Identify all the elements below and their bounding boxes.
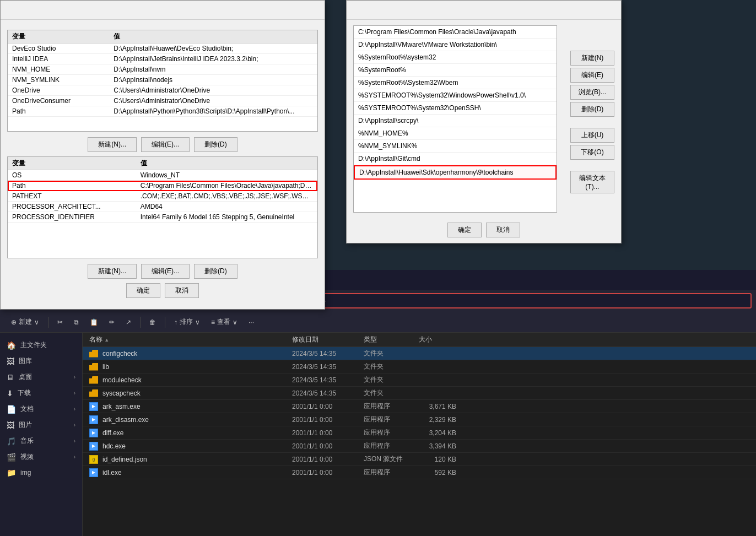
table-row[interactable]: lib 2024/3/5 14:35 文件夹 <box>83 360 756 373</box>
table-row[interactable]: configcheck 2024/3/5 14:35 文件夹 <box>83 347 756 360</box>
table-row[interactable]: {} id_defined.json 2001/1/1 0:00 JSON 源文… <box>83 453 756 466</box>
toolbar-copy-btn[interactable]: ⧉ <box>69 317 83 328</box>
table-row[interactable]: ▶ diff.exe 2001/1/1 0:00 应用程序 3,204 KB <box>83 426 756 440</box>
edit-browse-btn[interactable]: 浏览(B)... <box>570 85 614 100</box>
path-list-item[interactable]: %SystemRoot%\System32\Wbem <box>354 77 557 89</box>
sidebar-item-图库[interactable]: 🖼 图库 <box>0 353 82 369</box>
sys-var-name: PROCESSOR_IDENTIFIER <box>8 212 136 223</box>
table-row[interactable]: syscapcheck 2024/3/5 14:35 文件夹 <box>83 387 756 400</box>
env-dialog-body: 变量 值 DevEco StudioD:\AppInstall\Huawei\D… <box>1 20 325 309</box>
toolbar-paste-btn[interactable]: 📋 <box>85 317 102 328</box>
sidebar-item-主文件夹[interactable]: 🏠 主文件夹 <box>0 337 82 353</box>
file-name: diff.exe <box>102 429 123 437</box>
sys-var-row[interactable]: PROCESSOR_ARCHITECT...AMD64 <box>8 202 317 212</box>
env-variables-dialog: 变量 值 DevEco StudioD:\AppInstall\Huawei\D… <box>0 0 325 310</box>
file-list: 名称 ▲ 修改日期 类型 大小 configcheck 2024/3/5 14:… <box>83 333 756 536</box>
file-name-cell: syscapcheck <box>83 389 292 397</box>
sys-new-btn[interactable]: 新建(N)... <box>88 264 137 279</box>
sys-edit-btn[interactable]: 编辑(E)... <box>141 264 190 279</box>
edit-down-btn[interactable]: 下移(O) <box>570 145 614 160</box>
sys-var-row[interactable]: OSWindows_NT <box>8 170 317 181</box>
sys-var-row[interactable]: PathC:\Program Files\Common Files\Oracle… <box>8 181 317 191</box>
user-var-row[interactable]: OneDriveC:\Users\Administrator\OneDrive <box>8 85 317 96</box>
user-new-btn[interactable]: 新建(N)... <box>88 137 137 152</box>
file-date: 2024/3/5 14:35 <box>292 376 364 384</box>
edit-text-btn[interactable]: 编辑文本(T)... <box>570 171 614 193</box>
toolbar-view-btn[interactable]: ≡ 查看 ∨ <box>207 316 242 328</box>
env-ok-btn[interactable]: 确定 <box>126 283 160 298</box>
env-dialog-close[interactable] <box>308 5 318 15</box>
user-var-row[interactable]: NVM_SYMLINKD:\AppInstall\nodejs <box>8 75 317 85</box>
sys-var-row[interactable]: PATHEXT.COM;.EXE;.BAT;.CMD;.VBS;.VBE;.JS… <box>8 191 317 202</box>
table-row[interactable]: ▶ hdc.exe 2001/1/1 0:00 应用程序 3,394 KB <box>83 440 756 453</box>
user-var-row[interactable]: NVM_HOMED:\AppInstall\nvm <box>8 64 317 75</box>
edit-delete-btn[interactable]: 删除(D) <box>570 102 614 117</box>
sidebar-item-桌面[interactable]: 🖥 桌面 › <box>0 369 82 385</box>
sidebar-item-文档[interactable]: 📄 文档 › <box>0 401 82 417</box>
sidebar-label: 主文件夹 <box>20 340 47 350</box>
edit-dialog-close[interactable] <box>604 5 614 15</box>
path-list-item[interactable]: %SYSTEMROOT%\System32\OpenSSH\ <box>354 102 557 115</box>
json-icon: {} <box>89 455 98 464</box>
toolbar-delete-btn[interactable]: 🗑 <box>145 317 160 328</box>
toolbar-sort-btn[interactable]: ↑ 排序 ∨ <box>170 316 204 328</box>
path-list: C:\Program Files\Common Files\Oracle\Jav… <box>353 25 557 213</box>
user-var-row[interactable]: IntelliJ IDEAD:\AppInstall\JetBrains\Int… <box>8 54 317 64</box>
toolbar-rename-btn[interactable]: ✏ <box>105 317 119 328</box>
file-name: id_defined.json <box>102 456 147 463</box>
user-var-row[interactable]: PathD:\AppInstall\Python\Python38\Script… <box>8 106 317 117</box>
sys-var-row[interactable]: PROCESSOR_IDENTIFIERIntel64 Family 6 Mod… <box>8 212 317 223</box>
file-date: 2001/1/1 0:00 <box>292 469 364 477</box>
file-size: 3,671 KB <box>419 403 463 410</box>
path-list-item[interactable]: D:\AppInstall\Huawei\Sdk\openharmony\9\t… <box>354 165 557 180</box>
user-var-row[interactable]: DevEco StudioD:\AppInstall\Huawei\DevEco… <box>8 44 317 54</box>
file-date: 2024/3/5 14:35 <box>292 350 364 358</box>
sort-arrow: ▲ <box>104 337 109 343</box>
file-name: lib <box>102 363 109 371</box>
sidebar-item-视频[interactable]: 🎬 视频 › <box>0 449 82 465</box>
table-row[interactable]: ▶ ark_asm.exe 2001/1/1 0:00 应用程序 3,671 K… <box>83 400 756 413</box>
file-name-cell: ▶ ark_asm.exe <box>83 402 292 411</box>
table-row[interactable]: ▶ ark_disasm.exe 2001/1/1 0:00 应用程序 2,32… <box>83 413 756 426</box>
col-size-header: 大小 <box>419 335 463 344</box>
sidebar-item-图片[interactable]: 🖼 图片 › <box>0 417 82 433</box>
toolbar-sep-3 <box>165 317 165 328</box>
path-list-item[interactable]: D:\AppInstall\VMware\VMware Workstation\… <box>354 39 557 51</box>
toolbar-share-btn[interactable]: ↗ <box>121 317 136 328</box>
sidebar-icon: 📄 <box>7 405 16 414</box>
table-row[interactable]: ▶ idl.exe 2001/1/1 0:00 应用程序 592 KB <box>83 466 756 479</box>
env-cancel-btn[interactable]: 取消 <box>165 283 199 298</box>
path-list-item[interactable]: %NVM_SYMLINK% <box>354 140 557 153</box>
toolbar-sep-2 <box>140 317 141 328</box>
path-list-item[interactable]: %SystemRoot%\system32 <box>354 51 557 64</box>
sidebar-item-音乐[interactable]: 🎵 音乐 › <box>0 433 82 449</box>
path-list-item[interactable]: %SYSTEMROOT%\System32\WindowsPowerShell\… <box>354 89 557 102</box>
sidebar-label: 下载 <box>18 388 31 398</box>
user-var-row[interactable]: OneDriveConsumerC:\Users\Administrator\O… <box>8 96 317 106</box>
path-list-item[interactable]: %NVM_HOME% <box>354 127 557 140</box>
toolbar-more-btn[interactable]: ··· <box>244 317 258 328</box>
edit-ok-btn[interactable]: 确定 <box>447 223 482 237</box>
user-var-value: D:\AppInstall\nodejs <box>109 75 317 85</box>
sidebar-arrow: › <box>74 390 75 396</box>
sidebar-label: 音乐 <box>20 436 34 446</box>
path-list-item[interactable]: D:\AppInstall\Git\cmd <box>354 153 557 165</box>
user-delete-btn[interactable]: 删除(D) <box>194 137 237 152</box>
sidebar-item-下载[interactable]: ⬇ 下载 › <box>0 385 82 401</box>
table-row[interactable]: modulecheck 2024/3/5 14:35 文件夹 <box>83 373 756 387</box>
sidebar-item-img[interactable]: 📁 img <box>0 465 82 480</box>
user-edit-btn[interactable]: 编辑(E)... <box>141 137 190 152</box>
path-list-item[interactable]: %SystemRoot% <box>354 64 557 77</box>
path-list-item[interactable]: C:\Program Files\Common Files\Oracle\Jav… <box>354 26 557 39</box>
file-size: 3,394 KB <box>419 442 463 450</box>
toolbar-new-btn[interactable]: ⊕ 新建 ∨ <box>7 316 44 328</box>
path-list-item[interactable]: D:\AppInstall\scrcpy\ <box>354 115 557 127</box>
edit-new-btn[interactable]: 新建(N) <box>570 51 614 66</box>
toolbar-cut-btn[interactable]: ✂ <box>53 317 67 328</box>
edit-cancel-btn[interactable]: 取消 <box>486 223 520 237</box>
edit-edit-btn[interactable]: 编辑(E) <box>570 68 614 83</box>
sys-delete-btn[interactable]: 删除(D) <box>194 264 237 279</box>
user-vars-table-container: 变量 值 DevEco StudioD:\AppInstall\Huawei\D… <box>7 30 318 132</box>
user-var-value: C:\Users\Administrator\OneDrive <box>109 85 317 96</box>
edit-up-btn[interactable]: 上移(U) <box>570 128 614 143</box>
